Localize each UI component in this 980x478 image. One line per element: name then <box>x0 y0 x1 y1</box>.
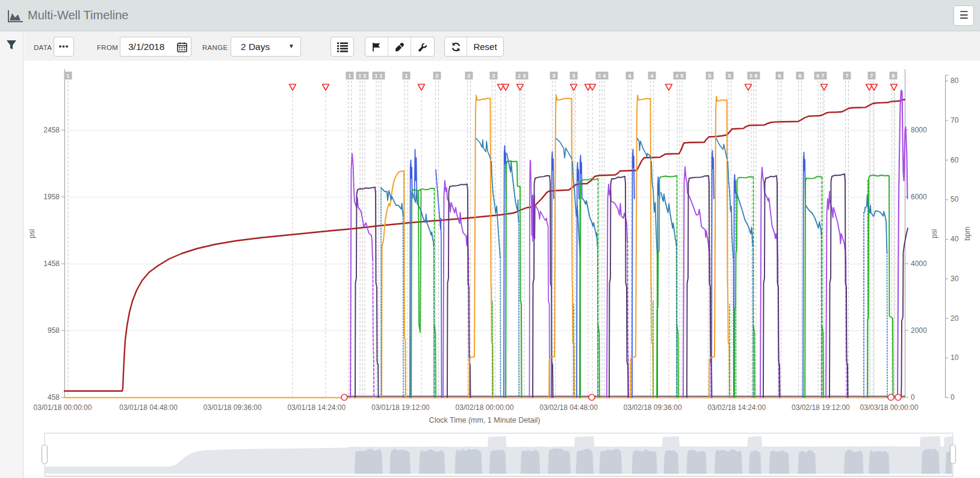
svg-text:5: 5 <box>728 72 731 79</box>
svg-text:03/01/18 09:36:00: 03/01/18 09:36:00 <box>203 403 262 412</box>
svg-text:70: 70 <box>951 116 959 125</box>
svg-text:03/02/18 00:00:00: 03/02/18 00:00:00 <box>456 403 514 412</box>
svg-text:60: 60 <box>951 156 959 164</box>
svg-text:4: 4 <box>650 72 654 79</box>
svg-text:6000: 6000 <box>911 193 927 201</box>
svg-text:5: 5 <box>680 72 684 79</box>
svg-text:8: 8 <box>892 72 895 79</box>
svg-text:6: 6 <box>778 72 781 79</box>
svg-text:Clock Time (mm, 1 Minute Detai: Clock Time (mm, 1 Minute Detail) <box>429 416 541 424</box>
svg-text:958: 958 <box>48 326 60 335</box>
svg-text:03/02/18 09:36:00: 03/02/18 09:36:00 <box>624 403 682 412</box>
svg-text:4000: 4000 <box>911 259 927 268</box>
svg-text:4: 4 <box>603 72 606 79</box>
svg-text:3: 3 <box>552 72 555 79</box>
svg-text:2: 2 <box>435 72 438 79</box>
svg-text:03/01/18 04:48:00: 03/01/18 04:48:00 <box>119 403 178 412</box>
svg-text:1: 1 <box>405 72 408 79</box>
svg-text:8000: 8000 <box>911 126 927 134</box>
svg-text:3: 3 <box>572 72 575 79</box>
svg-text:6: 6 <box>798 72 801 79</box>
svg-text:10: 10 <box>951 353 959 362</box>
svg-text:bpm: bpm <box>963 226 972 240</box>
svg-text:5: 5 <box>708 72 712 79</box>
svg-text:1: 1 <box>348 72 352 79</box>
svg-text:2000: 2000 <box>911 326 927 335</box>
svg-text:1: 1 <box>379 72 383 79</box>
svg-text:2: 2 <box>492 72 495 79</box>
svg-text:0: 0 <box>911 393 915 402</box>
svg-text:psi: psi <box>28 229 36 238</box>
svg-text:30: 30 <box>951 275 959 283</box>
svg-text:03/03/18 00:00:00: 03/03/18 00:00:00 <box>860 403 919 412</box>
svg-text:80: 80 <box>951 76 959 85</box>
svg-text:03/02/18 04:48:00: 03/02/18 04:48:00 <box>539 403 598 412</box>
svg-text:0: 0 <box>951 393 955 402</box>
svg-text:7: 7 <box>870 72 873 79</box>
svg-text:50: 50 <box>951 195 959 203</box>
svg-text:03/02/18 14:24:00: 03/02/18 14:24:00 <box>707 403 766 412</box>
svg-text:2: 2 <box>363 72 366 79</box>
svg-text:458: 458 <box>48 393 60 402</box>
svg-text:2: 2 <box>467 72 470 79</box>
svg-text:40: 40 <box>951 235 959 243</box>
svg-text:7: 7 <box>845 72 848 79</box>
svg-text:psi: psi <box>930 229 938 238</box>
svg-text:6: 6 <box>754 72 757 79</box>
svg-text:03/01/18 00:00:00: 03/01/18 00:00:00 <box>34 403 92 412</box>
svg-text:1958: 1958 <box>43 193 60 201</box>
svg-text:03/01/18 14:24:00: 03/01/18 14:24:00 <box>287 403 346 412</box>
svg-text:3: 3 <box>523 72 526 79</box>
svg-text:2458: 2458 <box>43 126 60 134</box>
svg-text:03/02/18 19:12:00: 03/02/18 19:12:00 <box>792 403 850 412</box>
svg-text:1: 1 <box>66 72 70 79</box>
svg-text:03/01/18 19:12:00: 03/01/18 19:12:00 <box>371 403 430 412</box>
svg-text:4: 4 <box>628 72 631 79</box>
svg-text:1458: 1458 <box>43 259 60 268</box>
svg-text:7: 7 <box>821 72 824 79</box>
svg-text:20: 20 <box>951 314 959 323</box>
